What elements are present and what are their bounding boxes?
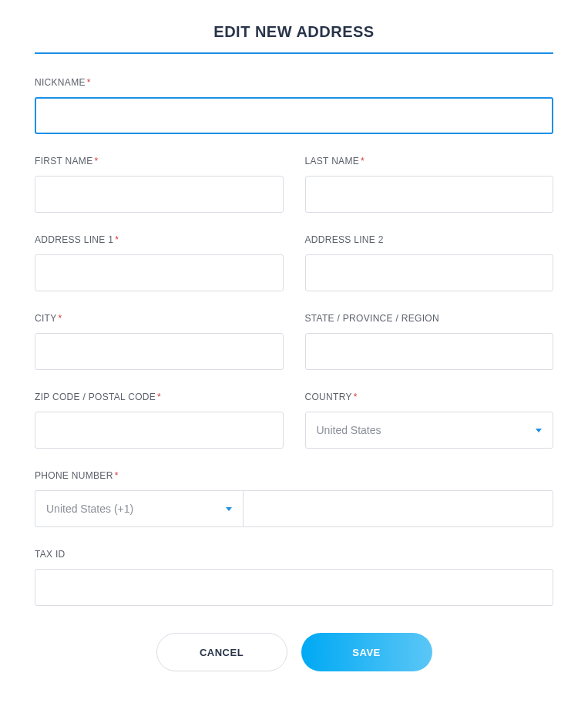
address1-group: ADDRESS LINE 1* xyxy=(35,234,284,291)
nickname-label-text: NICKNAME xyxy=(35,77,86,88)
tax-id-label: TAX ID xyxy=(35,549,553,560)
state-group: STATE / PROVINCE / REGION xyxy=(305,313,554,370)
first-name-group: FIRST NAME* xyxy=(35,156,284,213)
phone-row: United States (+1) xyxy=(35,490,553,527)
country-selected-value: United States xyxy=(317,424,381,436)
country-select[interactable]: United States xyxy=(305,412,554,449)
state-input[interactable] xyxy=(305,333,554,370)
required-star: * xyxy=(59,313,62,324)
save-button[interactable]: SAVE xyxy=(301,633,432,671)
first-name-label: FIRST NAME* xyxy=(35,156,284,166)
state-label: STATE / PROVINCE / REGION xyxy=(305,313,554,324)
address1-input[interactable] xyxy=(35,254,284,291)
address2-label: ADDRESS LINE 2 xyxy=(305,234,554,245)
address1-label-text: ADDRESS LINE 1 xyxy=(35,234,113,245)
state-label-text: STATE / PROVINCE / REGION xyxy=(305,313,439,324)
city-label: CITY* xyxy=(35,313,284,324)
country-group: COUNTRY* United States xyxy=(305,392,554,449)
phone-code-select[interactable]: United States (+1) xyxy=(35,490,243,527)
required-star: * xyxy=(115,234,119,245)
nickname-group: NICKNAME* xyxy=(35,77,553,134)
phone-group: PHONE NUMBER* United States (+1) xyxy=(35,470,553,527)
phone-code-selected-value: United States (+1) xyxy=(46,503,133,515)
zip-label-text: ZIP CODE / POSTAL CODE xyxy=(35,392,156,402)
required-star: * xyxy=(94,156,98,166)
city-input[interactable] xyxy=(35,333,284,370)
nickname-label: NICKNAME* xyxy=(35,77,553,88)
tax-id-group: TAX ID xyxy=(35,549,553,606)
last-name-label: LAST NAME* xyxy=(305,156,554,166)
address-form: EDIT NEW ADDRESS NICKNAME* FIRST NAME* L… xyxy=(35,23,553,671)
phone-input[interactable] xyxy=(243,490,553,527)
cancel-button[interactable]: CANCEL xyxy=(156,633,287,671)
last-name-label-text: LAST NAME xyxy=(305,156,360,166)
required-star: * xyxy=(361,156,365,166)
city-group: CITY* xyxy=(35,313,284,370)
nickname-input[interactable] xyxy=(35,97,553,134)
zip-label: ZIP CODE / POSTAL CODE* xyxy=(35,392,284,402)
required-star: * xyxy=(354,392,358,402)
address2-group: ADDRESS LINE 2 xyxy=(305,234,554,291)
first-name-input[interactable] xyxy=(35,176,284,213)
button-row: CANCEL SAVE xyxy=(35,633,553,671)
first-name-label-text: FIRST NAME xyxy=(35,156,92,166)
phone-label: PHONE NUMBER* xyxy=(35,470,553,481)
address2-label-text: ADDRESS LINE 2 xyxy=(305,234,384,245)
required-star: * xyxy=(115,470,119,481)
required-star: * xyxy=(87,77,91,88)
zip-group: ZIP CODE / POSTAL CODE* xyxy=(35,392,284,449)
address2-input[interactable] xyxy=(305,254,554,291)
country-label: COUNTRY* xyxy=(305,392,554,402)
required-star: * xyxy=(157,392,161,402)
chevron-down-icon xyxy=(226,507,232,511)
zip-input[interactable] xyxy=(35,412,284,449)
city-label-text: CITY xyxy=(35,313,57,324)
chevron-down-icon xyxy=(536,429,542,432)
form-title: EDIT NEW ADDRESS xyxy=(35,23,553,54)
phone-label-text: PHONE NUMBER xyxy=(35,470,113,481)
country-label-text: COUNTRY xyxy=(305,392,352,402)
tax-id-input[interactable] xyxy=(35,569,553,606)
last-name-input[interactable] xyxy=(305,176,554,213)
tax-id-label-text: TAX ID xyxy=(35,549,66,560)
last-name-group: LAST NAME* xyxy=(305,156,554,213)
address1-label: ADDRESS LINE 1* xyxy=(35,234,284,245)
